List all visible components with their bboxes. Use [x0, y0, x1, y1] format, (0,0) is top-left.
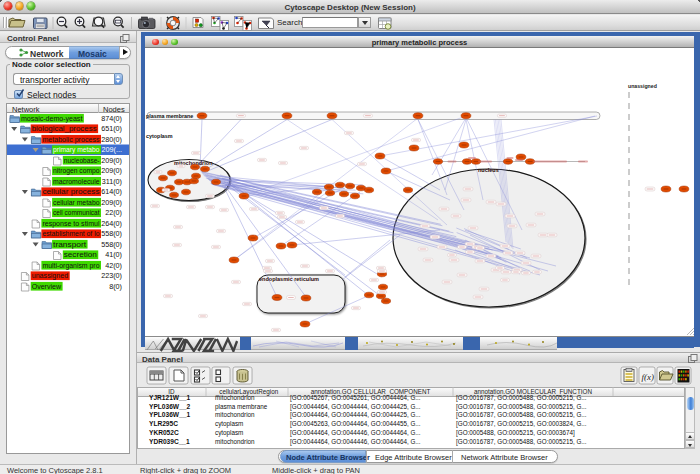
svg-text:nucleobase-: nucleobase-: [64, 156, 100, 165]
svg-text:874(0): 874(0): [101, 114, 122, 123]
svg-text:cell communicat: cell communicat: [53, 208, 99, 217]
svg-text:cytoplasm: cytoplasm: [146, 133, 173, 139]
svg-text:8(0): 8(0): [109, 282, 122, 291]
svg-text:YPL036W__1: YPL036W__1: [149, 411, 190, 418]
svg-text:YDR039C__1: YDR039C__1: [149, 438, 190, 445]
svg-text:311(0): 311(0): [102, 177, 122, 186]
svg-text:YLR295C: YLR295C: [149, 420, 178, 427]
svg-text:unassigned: unassigned: [32, 271, 68, 280]
svg-text:primary metabo: primary metabo: [53, 145, 99, 154]
svg-text:614(0): 614(0): [101, 187, 122, 196]
svg-text:209(0): 209(0): [101, 166, 122, 175]
svg-text:209(0): 209(0): [101, 156, 122, 165]
svg-text:macromolecule: macromolecule: [53, 177, 99, 186]
svg-text:558(0): 558(0): [101, 229, 122, 238]
svg-text:YPL036W__2: YPL036W__2: [149, 403, 190, 410]
svg-text:[GO:0044464, GO:0044444, GO:00: [GO:0044464, GO:0044444, GO:0044425, G..…: [290, 403, 421, 411]
svg-text:secretion: secretion: [64, 250, 97, 259]
svg-text:endoplasmic reticulum: endoplasmic reticulum: [259, 276, 319, 282]
svg-text:[GO:0005488, GO:0005215, GO:00: [GO:0005488, GO:0005215, GO:0003674]: [456, 429, 575, 437]
svg-text:209(...: 209(...: [102, 145, 122, 154]
svg-text:[GO:0044464, GO:0044444, GO:00: [GO:0044464, GO:0044444, GO:0044425, G..…: [290, 411, 421, 419]
svg-text:42(0): 42(0): [105, 261, 122, 270]
svg-text:41(0): 41(0): [105, 250, 122, 259]
svg-text:22(0): 22(0): [105, 208, 122, 217]
svg-text:[GO:0016787, GO:0005488, GO:00: [GO:0016787, GO:0005488, GO:0005215, G..…: [456, 411, 587, 419]
svg-text:[GO:0045263, GO:0044464, GO:00: [GO:0045263, GO:0044464, GO:0044455, G..…: [290, 420, 421, 428]
svg-text:mitochondrion: mitochondrion: [215, 438, 255, 445]
svg-text:YJR121W__1: YJR121W__1: [149, 394, 190, 401]
svg-text:[GO:0044464, GO:0044446, GO:00: [GO:0044464, GO:0044446, GO:0044464, G..…: [290, 438, 421, 446]
svg-text:plasma membrane: plasma membrane: [215, 403, 268, 411]
svg-text:cellular metabo: cellular metabo: [53, 198, 99, 207]
svg-text:multi-organism pro: multi-organism pro: [42, 261, 99, 270]
svg-text:establishment of lo: establishment of lo: [42, 229, 99, 238]
svg-text:nucleus: nucleus: [478, 167, 499, 173]
svg-text:metabolic process: metabolic process: [42, 135, 99, 144]
svg-text:Overview: Overview: [32, 282, 62, 291]
svg-text:651(0): 651(0): [101, 124, 122, 133]
svg-text:cytoplasm: cytoplasm: [215, 429, 243, 437]
svg-text:unassigned: unassigned: [628, 83, 657, 89]
svg-text:mosaic-demo-yeast: mosaic-demo-yeast: [21, 114, 82, 123]
svg-text:280(0): 280(0): [101, 135, 122, 144]
svg-text:response to stimul: response to stimul: [42, 219, 99, 228]
svg-text:YKR052C: YKR052C: [149, 429, 179, 436]
svg-text:[GO:0045267, GO:0045261, GO:00: [GO:0045267, GO:0045261, GO:0044464, G..…: [290, 394, 421, 402]
svg-text:biological_process: biological_process: [32, 124, 97, 133]
svg-text:[GO:0016787, GO:0005488, GO:00: [GO:0016787, GO:0005488, GO:0005215, G..…: [456, 438, 587, 446]
svg-text:558(0): 558(0): [101, 240, 122, 249]
svg-text:plasma membrane: plasma membrane: [146, 113, 193, 119]
svg-text:[GO:0044464, GO:0044446, GO:00: [GO:0044464, GO:0044446, GO:0044464, G..…: [290, 429, 421, 437]
svg-text:nitrogen compo: nitrogen compo: [53, 166, 99, 175]
svg-text:mitochondrion: mitochondrion: [215, 411, 255, 418]
svg-text:209(0): 209(0): [101, 198, 122, 207]
svg-text:[GO:0016787, GO:0005488, GO:00: [GO:0016787, GO:0005488, GO:0005215, G..…: [456, 403, 587, 411]
svg-text:transport: transport: [53, 240, 86, 249]
svg-text:cytoplasm: cytoplasm: [215, 420, 243, 428]
svg-text:f(x): f(x): [642, 372, 655, 382]
svg-text:cellular process: cellular process: [42, 187, 100, 196]
svg-text:[GO:0016787, GO:0005215, GO:00: [GO:0016787, GO:0005215, GO:0003824, G..…: [456, 420, 587, 428]
svg-text:223(0): 223(0): [101, 271, 122, 280]
svg-text:mitochondrion: mitochondrion: [215, 394, 255, 401]
svg-text:[GO:0016787, GO:0005488, GO:00: [GO:0016787, GO:0005488, GO:0005215, G..…: [456, 394, 587, 402]
svg-text:264(0): 264(0): [101, 219, 122, 228]
